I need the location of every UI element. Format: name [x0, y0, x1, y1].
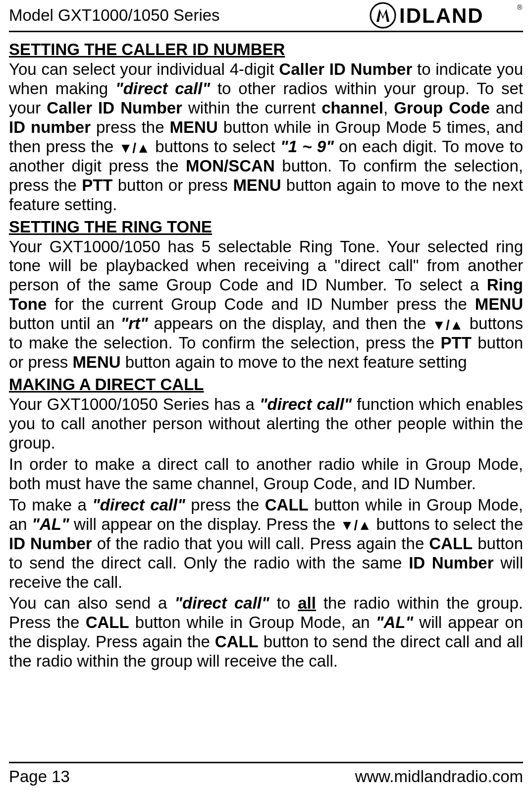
text: button or press: [112, 176, 233, 194]
text-bold: Group Code: [394, 99, 490, 117]
footer-url: www.midlandradio.com: [355, 767, 523, 786]
text: button until an: [9, 314, 120, 333]
text-bold-italic: "rt": [120, 314, 148, 333]
text-bold-italic: "direct call": [174, 594, 269, 612]
text: To make a: [9, 496, 92, 514]
text: will appear on the display. Press the: [69, 515, 340, 533]
text-bold: MON/SCAN: [186, 157, 275, 175]
text-bold: MENU: [170, 118, 218, 136]
page-header: Model GXT1000/1050 Series IDLAND ®: [9, 0, 523, 32]
text-bold: MENU: [72, 353, 120, 371]
section-direct-call: MAKING A DIRECT CALL Your GXT1000/1050 S…: [9, 375, 523, 671]
text-bold: Caller ID Number: [47, 99, 182, 117]
text-bold-italic: "direct call": [92, 496, 185, 514]
model-label: Model GXT1000/1050 Series: [9, 6, 220, 25]
text: press the: [185, 496, 265, 514]
text-bold: ID Number: [9, 534, 92, 553]
text-bold-italic: "AL": [376, 613, 413, 631]
text: Your GXT1000/1050 has 5 selectable Ring …: [9, 237, 523, 294]
text: buttons to select: [150, 137, 280, 156]
up-down-arrows-icon: ▼/▲: [340, 517, 372, 533]
text-bold: channel: [321, 99, 383, 117]
text-bold: CALL: [429, 534, 473, 553]
section-title: SETTING THE CALLER ID NUMBER: [9, 40, 523, 59]
section-caller-id: SETTING THE CALLER ID NUMBER You can sel…: [9, 40, 523, 215]
text: of the radio that you will call. Press a…: [92, 534, 429, 553]
section-body: Your GXT1000/1050 has 5 selectable Ring …: [9, 237, 523, 373]
section-body: Your GXT1000/1050 Series has a "direct c…: [9, 395, 523, 453]
text: for the current Group Code and ID Number…: [47, 295, 475, 313]
text: button again to move to the next feature…: [121, 353, 467, 371]
text: You can also send a: [9, 594, 174, 612]
text: button while in Group Mode, an: [129, 613, 376, 631]
text-bold: MENU: [475, 295, 523, 313]
up-down-arrows-icon: ▼/▲: [432, 317, 463, 333]
text: You can select your individual 4-digit: [9, 60, 279, 78]
section-body: You can also send a "direct call" to all…: [9, 594, 523, 671]
text: press the: [91, 118, 170, 136]
section-title: MAKING A DIRECT CALL: [9, 375, 523, 394]
section-body: You can select your individual 4-digit C…: [9, 60, 523, 215]
text: appears on the display, and then the: [148, 314, 432, 333]
text-bold: PTT: [441, 334, 472, 352]
text-bold-italic: "direct call": [260, 395, 352, 413]
text-bold: ID number: [9, 118, 91, 136]
text: and: [490, 99, 523, 117]
text-bold: Caller ID Number: [279, 60, 412, 78]
text: ,: [383, 99, 394, 117]
text-bold: MENU: [233, 176, 281, 194]
brand-logo: IDLAND ®: [370, 2, 523, 29]
page-number: Page 13: [9, 767, 70, 786]
svg-point-0: [371, 3, 395, 28]
text-bold-italic: "AL": [32, 515, 69, 533]
section-title: SETTING THE RING TONE: [9, 218, 523, 236]
text-bold-underline: all: [298, 594, 316, 612]
midland-logo-icon: IDLAND ®: [370, 2, 523, 29]
text-bold: ID Number: [409, 554, 493, 572]
text-bold-italic: "direct call": [115, 79, 210, 98]
section-ring-tone: SETTING THE RING TONE Your GXT1000/1050 …: [9, 218, 523, 373]
text: buttons to select the: [372, 515, 523, 533]
text: within the current: [182, 99, 321, 117]
text-bold: CALL: [265, 496, 309, 514]
section-body: In order to make a direct call to anothe…: [9, 455, 523, 494]
text: to: [269, 594, 298, 612]
page-footer: Page 13 www.midlandradio.com: [9, 762, 523, 786]
svg-text:IDLAND: IDLAND: [399, 4, 484, 27]
text-bold: PTT: [82, 176, 112, 194]
svg-text:®: ®: [517, 3, 523, 11]
text: Your GXT1000/1050 Series has a: [9, 395, 260, 413]
text-bold: CALL: [86, 613, 129, 631]
section-body: To make a "direct call" press the CALL b…: [9, 496, 523, 592]
text-bold-italic: "1 ~ 9": [280, 137, 334, 156]
text-bold: CALL: [215, 632, 259, 651]
up-down-arrows-icon: ▼/▲: [119, 140, 150, 156]
